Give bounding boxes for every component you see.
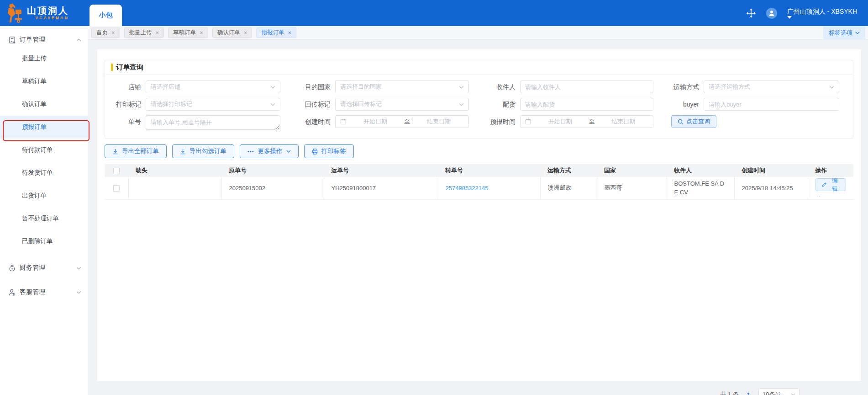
money-bag-icon: [8, 264, 16, 272]
sidebar-item-label: 批量上传: [22, 54, 47, 63]
tab-confirm-orders[interactable]: 确认订单×: [212, 27, 253, 38]
date-to-label: 至: [589, 117, 595, 126]
order-query-card: 订单查询 店铺 请选择店铺 目的国家 请选择目的国家 收件人 运输方式 请选择: [105, 60, 853, 139]
button-label: 导出勾选订单: [189, 147, 226, 155]
page-number-1[interactable]: 1: [744, 391, 753, 395]
move-icon[interactable]: [746, 8, 756, 18]
sidebar-item-forecast-orders[interactable]: 预报订单: [0, 116, 88, 139]
user-menu[interactable]: 广州山顶洞人 - XBSYKH: [787, 8, 857, 19]
topbar-right: 广州山顶洞人 - XBSYKH: [746, 0, 857, 26]
table-header-row: 唛头 原单号 运单号 转单号 运输方式 国家 收件人 创建时间 操作: [105, 164, 853, 177]
tab-label: 确认订单: [217, 29, 240, 37]
top-header: 山顶洞人 VCAVEMAN 小包 广州山顶洞人 - XBSYK: [0, 0, 868, 26]
search-button[interactable]: 点击查询: [671, 115, 716, 128]
cell-transport: 澳洲邮政: [540, 177, 597, 199]
orders-table: 唛头 原单号 运单号 转单号 运输方式 国家 收件人 创建时间 操作 20250…: [105, 164, 853, 200]
end-date-placeholder[interactable]: 结束日期: [599, 117, 649, 126]
transport-label: 运输方式: [658, 80, 699, 93]
tab-label: 批量上传: [129, 29, 152, 37]
main-content: 订单查询 店铺 请选择店铺 目的国家 请选择目的国家 收件人 运输方式 请选择: [88, 40, 868, 395]
tab-forecast-orders[interactable]: 预报订单×: [256, 27, 296, 38]
print-mark-select[interactable]: 请选择打印标记: [146, 98, 280, 111]
caveman-logo-icon: [5, 3, 24, 23]
created-time-range[interactable]: 开始日期 至 结束日期: [335, 115, 469, 128]
sidebar-group-label: 订单管理: [20, 36, 73, 44]
tab-close-icon[interactable]: ×: [156, 29, 159, 36]
start-date-placeholder[interactable]: 开始日期: [535, 117, 585, 126]
allocation-label: 配货: [473, 98, 516, 111]
export-all-button[interactable]: 导出全部订单: [105, 144, 167, 158]
col-header-country: 国家: [597, 164, 667, 177]
placeholder-text: 请选择运输方式: [709, 83, 750, 91]
col-header-created: 创建时间: [734, 164, 808, 177]
chevron-down-icon: [829, 85, 834, 89]
print-label-button[interactable]: 打印标签: [304, 144, 354, 158]
tab-home[interactable]: 首页×: [91, 27, 120, 38]
button-label: 打印标签: [321, 147, 346, 155]
sidebar-item-label: 预报订单: [22, 123, 47, 131]
calendar-icon: [340, 118, 347, 125]
row-checkbox[interactable]: [113, 185, 120, 192]
page-size-select[interactable]: 10条/页: [758, 388, 800, 395]
sidebar-item-shipped-orders[interactable]: 出货订单: [0, 184, 88, 207]
chevron-down-icon: [791, 393, 795, 395]
sidebar-nav: 订单管理 批量上传 草稿订单 确认订单 预报订单 待付款订单 待发货订单 出货订…: [0, 26, 88, 395]
search-button-label: 点击查询: [686, 117, 710, 126]
pencil-icon: [821, 182, 827, 187]
shop-select[interactable]: 请选择店铺: [146, 80, 280, 93]
export-checked-button[interactable]: 导出勾选订单: [172, 144, 234, 158]
clipped-more-action[interactable]: ..: [817, 191, 821, 198]
tab-draft-orders[interactable]: 草稿订单×: [168, 27, 208, 38]
recipient-input[interactable]: [520, 80, 653, 93]
tab-batch-upload[interactable]: 批量上传×: [124, 27, 164, 38]
page-tabbar: 首页× 批量上传× 草稿订单× 确认订单× 预报订单× 标签选项: [88, 26, 868, 40]
transport-select[interactable]: 请选择运输方式: [704, 80, 839, 93]
sidebar-group-customer-service[interactable]: 客服管理: [0, 285, 88, 299]
select-all-checkbox[interactable]: [113, 168, 120, 174]
sidebar-item-confirm-orders[interactable]: 确认订单: [0, 93, 88, 116]
placeholder-text: 请选择目的国家: [340, 83, 382, 91]
cell-recipient: BOSTOM.FE SA DE CV: [674, 179, 728, 197]
sidebar-item-label: 草稿订单: [22, 77, 47, 85]
sidebar-item-draft-orders[interactable]: 草稿订单: [0, 70, 88, 93]
sidebar-item-deleted-orders[interactable]: 已删除订单: [0, 230, 88, 253]
brand-logo[interactable]: 山顶洞人 VCAVEMAN: [5, 3, 69, 23]
sidebar-item-label: 待发货订单: [22, 169, 53, 177]
more-actions-button[interactable]: ••• 更多操作: [240, 144, 299, 158]
sidebar-item-label: 已删除订单: [22, 237, 53, 246]
placeholder-text: 请选择打印标记: [151, 100, 192, 108]
chevron-down-icon: [286, 150, 291, 153]
table-row: 20250915002 YH25091800017 2574985322145 …: [105, 177, 853, 199]
start-date-placeholder[interactable]: 开始日期: [350, 117, 400, 126]
sidebar-item-on-hold-orders[interactable]: 暂不处理订单: [0, 207, 88, 230]
allocation-input[interactable]: [520, 98, 653, 111]
tag-options-button[interactable]: 标签选项: [823, 26, 865, 40]
ellipsis-icon: •••: [247, 149, 254, 154]
page-size-value: 10条/页: [763, 390, 783, 395]
title-accent-bar: [111, 64, 113, 71]
sidebar-item-pending-shipment-orders[interactable]: 待发货订单: [0, 161, 88, 184]
tab-close-icon[interactable]: ×: [288, 29, 291, 36]
tab-close-icon[interactable]: ×: [244, 29, 247, 36]
order-no-textarea[interactable]: [146, 115, 280, 130]
tab-close-icon[interactable]: ×: [200, 29, 203, 36]
end-date-placeholder[interactable]: 结束日期: [414, 117, 464, 126]
col-header-waybill-no: 运单号: [324, 164, 438, 177]
product-tab-xiaobao[interactable]: 小包: [89, 5, 122, 26]
sidebar-item-pending-payment-orders[interactable]: 待付款订单: [0, 139, 88, 161]
recipient-label: 收件人: [473, 80, 516, 93]
user-avatar[interactable]: [766, 8, 777, 19]
tab-close-icon[interactable]: ×: [111, 29, 115, 36]
sidebar-item-batch-upload[interactable]: 批量上传: [0, 47, 88, 70]
buyer-input[interactable]: [704, 98, 839, 111]
transfer-no-link[interactable]: 2574985322145: [446, 185, 489, 192]
sidebar-group-order-management[interactable]: 订单管理: [0, 32, 88, 47]
return-mark-select[interactable]: 请选择回传标记: [335, 98, 469, 111]
sidebar-group-finance-management[interactable]: 财务管理: [0, 261, 88, 275]
button-label: 更多操作: [258, 147, 283, 155]
return-mark-label: 回传标记: [285, 98, 331, 111]
forecast-time-range[interactable]: 开始日期 至 结束日期: [520, 115, 653, 128]
dest-country-select[interactable]: 请选择目的国家: [335, 80, 469, 93]
printer-icon: [312, 149, 318, 155]
edit-button[interactable]: 编辑: [815, 178, 847, 191]
